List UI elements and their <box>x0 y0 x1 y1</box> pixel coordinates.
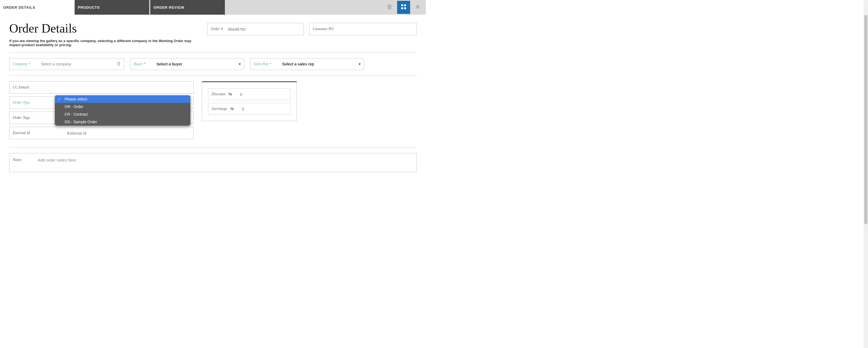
tab-order-details[interactable]: ORDER DETAILS <box>0 0 74 14</box>
main-content: Order Details If you are viewing the gal… <box>0 21 426 177</box>
customer-po-input[interactable] <box>339 27 413 31</box>
cc-emails-input[interactable] <box>67 85 190 90</box>
selector-row: Company * Select a company Buyer * Selec… <box>9 58 416 70</box>
notes-textarea[interactable] <box>38 158 413 168</box>
company-placeholder: Select a company <box>41 62 71 66</box>
dropdown-option-label: CR - Contract <box>65 112 88 116</box>
topbar-actions <box>383 0 424 14</box>
order-tags-label: Order Tags <box>13 116 56 120</box>
grid-icon <box>401 4 407 11</box>
divider <box>9 76 416 76</box>
svg-rect-1 <box>404 4 406 6</box>
close-icon <box>415 4 421 10</box>
close-button[interactable] <box>411 1 424 14</box>
discount-label: Discount <box>212 92 225 96</box>
order-number-label: Order # <box>211 27 223 31</box>
surcharge-input[interactable] <box>242 107 264 111</box>
salesrep-label: Sales Rep * <box>254 62 271 66</box>
tab-order-review[interactable]: ORDER REVIEW <box>150 0 225 14</box>
surcharge-label: Surcharge <box>212 107 227 111</box>
notes-label: Notes <box>13 158 22 168</box>
svg-rect-2 <box>401 7 403 9</box>
page-title: Order Details <box>9 21 200 35</box>
dropdown-option-contract[interactable]: CR - Contract <box>55 111 190 118</box>
buyer-placeholder: Select a buyer <box>156 62 182 66</box>
order-type-label: Order Type <box>13 100 56 105</box>
tab-label: ORDER DETAILS <box>3 5 35 9</box>
header-row: Order Details If you are viewing the gal… <box>9 21 416 47</box>
dropdown-option-label: OR - Order <box>65 105 83 109</box>
dropdown-option-please-select[interactable]: Please select <box>55 95 190 103</box>
svg-rect-3 <box>404 7 406 9</box>
salesrep-selector[interactable]: Sales Rep * Select a sales rep ▾ <box>250 58 364 70</box>
order-type-dropdown: Please select OR - Order CR - Contract O… <box>55 95 190 126</box>
grid-view-button[interactable] <box>397 1 410 14</box>
customer-po-field[interactable]: Customer PO <box>309 23 416 35</box>
trash-icon[interactable] <box>117 62 121 67</box>
tab-products[interactable]: PRODUCTS <box>74 0 149 14</box>
pricing-card: Discount % Surcharge % <box>202 81 297 121</box>
chevron-down-icon: ▾ <box>239 62 241 66</box>
cc-emails-field[interactable]: CC Emails <box>9 81 194 94</box>
page-subtitle: If you are viewing the gallery as a spec… <box>9 39 200 47</box>
dropdown-option-order[interactable]: OR - Order <box>55 103 190 111</box>
company-selector[interactable]: Company * Select a company <box>9 58 124 70</box>
external-id-field[interactable]: External Id <box>9 127 194 139</box>
notes-field[interactable]: Notes <box>9 153 416 172</box>
trash-icon <box>387 4 392 11</box>
surcharge-unit: % <box>230 107 234 111</box>
salesrep-placeholder: Select a sales rep <box>282 62 314 66</box>
buyer-selector[interactable]: Buyer * Select a buyer ▾ <box>130 58 244 70</box>
company-label: Company * <box>13 62 30 66</box>
order-number-field[interactable]: Order # <box>207 23 304 35</box>
tab-label: PRODUCTS <box>78 5 100 9</box>
divider <box>9 52 416 53</box>
dropdown-option-label: OS - Sample Order <box>65 120 97 124</box>
tab-label: ORDER REVIEW <box>154 5 184 9</box>
divider <box>9 147 416 148</box>
chevron-down-icon: ▾ <box>359 62 361 66</box>
delete-button[interactable] <box>383 1 396 14</box>
buyer-label: Buyer * <box>134 62 146 66</box>
tab-bar: ORDER DETAILS PRODUCTS ORDER REVIEW <box>0 0 426 14</box>
discount-unit: % <box>229 92 232 96</box>
dropdown-option-label: Please select <box>65 97 87 101</box>
surcharge-row[interactable]: Surcharge % <box>208 103 290 115</box>
discount-input[interactable] <box>240 92 262 97</box>
external-id-input[interactable] <box>67 131 190 136</box>
order-number-input[interactable] <box>227 27 300 31</box>
customer-po-label: Customer PO <box>313 27 334 31</box>
cc-emails-label: CC Emails <box>13 85 56 90</box>
svg-rect-0 <box>401 4 403 6</box>
mid-grid: CC Emails Order Type Please select OR - … <box>9 81 416 142</box>
discount-row[interactable]: Discount % <box>208 88 290 100</box>
dropdown-option-sample-order[interactable]: OS - Sample Order <box>55 118 190 126</box>
external-id-label: External Id <box>13 131 56 135</box>
